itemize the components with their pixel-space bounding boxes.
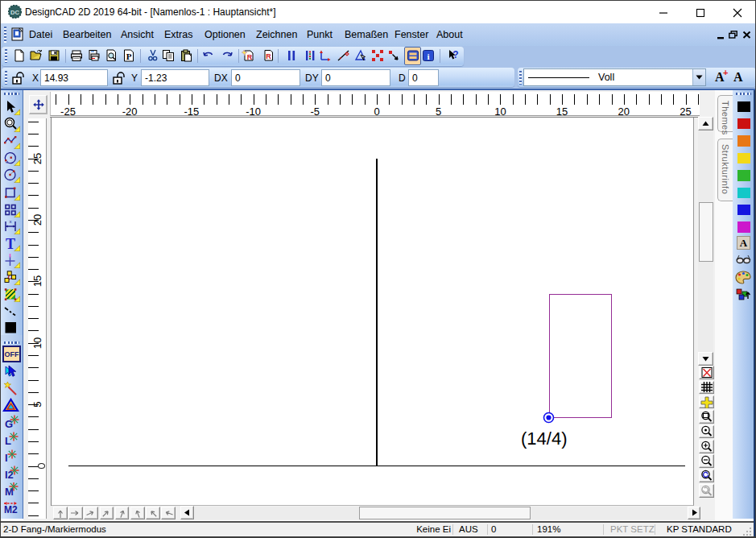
svg-text:i: i xyxy=(427,52,429,61)
svg-text:DC: DC xyxy=(10,9,19,16)
svg-text:M2: M2 xyxy=(4,504,18,515)
svg-text:x: x xyxy=(10,219,12,224)
svg-text:R: R xyxy=(266,52,271,60)
svg-text:?: ? xyxy=(452,49,458,60)
svg-text:P: P xyxy=(126,52,131,61)
svg-text:I: I xyxy=(5,452,8,464)
svg-text:R: R xyxy=(247,53,253,61)
svg-text:T: T xyxy=(6,236,15,251)
